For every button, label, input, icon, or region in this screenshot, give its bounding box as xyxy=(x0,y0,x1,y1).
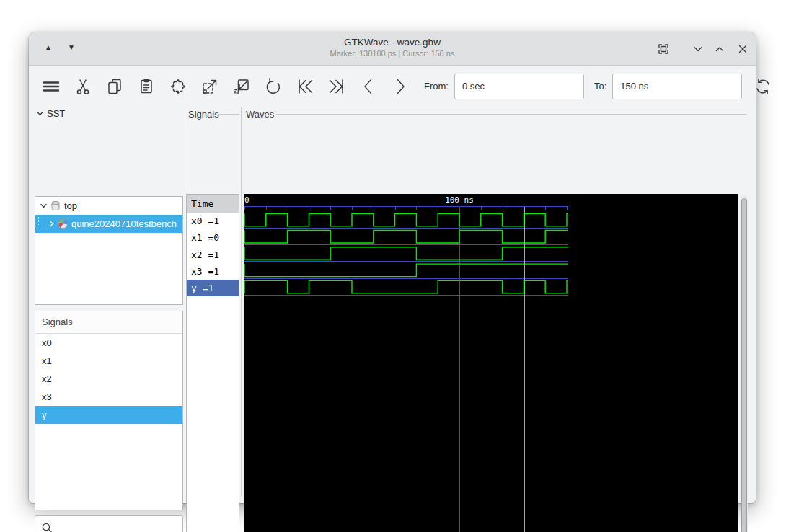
ruler-start-label: 0 xyxy=(244,195,250,205)
signal-search-box[interactable] xyxy=(35,515,183,532)
waves-panel-label: Waves xyxy=(246,109,274,120)
skip-to-end-icon[interactable] xyxy=(327,77,346,96)
signal-list-header: Signals xyxy=(35,311,182,334)
frame-line xyxy=(276,114,746,115)
menu-icon[interactable] xyxy=(42,77,61,96)
window-title: GTKWave - wave.ghw xyxy=(29,37,756,48)
sst-label: SST xyxy=(47,108,65,119)
tree-node-testbench[interactable]: quine20240710testbench xyxy=(35,215,182,233)
tree-node-label: quine20240710testbench xyxy=(71,218,177,229)
fullscreen-icon[interactable] xyxy=(656,42,671,56)
frame-line xyxy=(218,114,239,115)
to-label: To: xyxy=(594,81,606,92)
signal-search-list: Signals x0 x1 x2 x3 y xyxy=(35,311,183,510)
skip-to-start-icon[interactable] xyxy=(296,77,314,96)
reload-icon[interactable] xyxy=(754,77,772,96)
splitter-left[interactable] xyxy=(185,107,185,497)
zoom-out-icon[interactable] xyxy=(232,77,251,96)
tree-node-top[interactable]: top xyxy=(35,197,182,215)
zoom-in-icon[interactable] xyxy=(200,77,219,96)
value-row-x3[interactable]: x3 =1 xyxy=(187,263,239,280)
undo-icon[interactable] xyxy=(264,77,283,96)
signal-list-item-x2[interactable]: x2 xyxy=(35,370,182,388)
value-row-x1[interactable]: x1 =0 xyxy=(187,229,239,246)
main-content: SST top quine20240 xyxy=(29,107,756,503)
from-input[interactable] xyxy=(454,74,584,99)
signal-list-item-x1[interactable]: x1 xyxy=(35,352,182,370)
module-sphere-icon xyxy=(58,218,69,229)
cylinder-icon xyxy=(50,200,61,211)
shift-left-icon[interactable] xyxy=(359,77,378,96)
copy-icon[interactable] xyxy=(105,77,124,96)
waves-vscrollbar-thumb[interactable] xyxy=(741,198,747,532)
search-icon xyxy=(41,522,53,532)
values-column: Time x0 =1 x1 =0 x2 =1 x3 =1 y =1 xyxy=(186,194,239,532)
sst-tree: top quine20240710testbench xyxy=(35,196,183,305)
tree-branch-line xyxy=(38,216,46,226)
cut-icon[interactable] xyxy=(74,77,92,96)
titlebar[interactable]: ▲ ▼ GTKWave - wave.ghw Marker: 130100 ps… xyxy=(29,32,756,66)
ruler-mid-label: 100 ns xyxy=(445,195,474,205)
zoom-fit-icon[interactable] xyxy=(169,77,187,96)
tree-node-label: top xyxy=(64,200,77,211)
minimize-icon[interactable] xyxy=(691,42,705,56)
paste-icon[interactable] xyxy=(137,77,156,96)
time-header[interactable]: Time xyxy=(187,195,239,213)
signal-list-item-x3[interactable]: x3 xyxy=(35,388,182,406)
values-panel-label: Signals xyxy=(188,109,219,120)
shift-right-icon[interactable] xyxy=(391,77,410,96)
signal-list-item-x0[interactable]: x0 xyxy=(35,334,182,352)
sst-expander[interactable]: SST xyxy=(36,108,65,119)
gtkwave-window: ▲ ▼ GTKWave - wave.ghw Marker: 130100 ps… xyxy=(29,32,756,503)
from-label: From: xyxy=(424,81,449,92)
value-row-x0[interactable]: x0 =1 xyxy=(187,213,239,229)
maximize-icon[interactable] xyxy=(712,42,727,56)
value-row-y[interactable]: y =1 xyxy=(187,280,239,296)
close-icon[interactable] xyxy=(736,42,750,56)
value-row-x2[interactable]: x2 =1 xyxy=(187,247,239,263)
splitter-right[interactable] xyxy=(241,107,242,497)
waveform-canvas[interactable]: 0100 ns xyxy=(244,194,738,532)
marker-cursor-status: Marker: 130100 ps | Cursor: 150 ns xyxy=(29,49,756,58)
toolbar: From: To: xyxy=(29,66,756,107)
waves-vscrollbar[interactable] xyxy=(741,195,748,532)
signal-list-item-y[interactable]: y xyxy=(35,406,182,424)
to-input[interactable] xyxy=(612,74,742,99)
